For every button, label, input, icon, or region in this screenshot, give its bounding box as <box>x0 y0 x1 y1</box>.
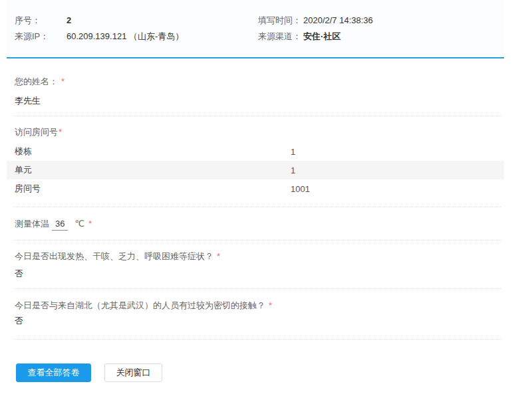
question-room-label: 访问房间号* <box>15 127 496 138</box>
row-label: 单元 <box>15 164 291 176</box>
question-temperature: 测量体温 36 ℃ * <box>15 218 496 231</box>
survey-response-detail-page: 序号： 2 来源IP： 60.209.139.121 （山东-青岛） 填写时间：… <box>0 0 532 406</box>
divider <box>13 339 501 340</box>
question-hubei-contact: 今日是否与来自湖北（尤其是武汉）的人员有过较为密切的接触？* 否 <box>7 300 504 326</box>
source-ip-row: 来源IP： 60.209.139.121 （山东-青岛） <box>15 31 258 41</box>
table-row-building: 楼栋 1 <box>7 142 504 161</box>
channel-value: 安住·社区 <box>303 31 340 41</box>
row-label: 楼栋 <box>15 146 291 157</box>
required-asterisk: * <box>269 300 272 310</box>
meta-right-column: 填写时间： 2020/2/7 14:38:36 来源渠道： 安住·社区 <box>258 15 373 41</box>
fill-time-label: 填写时间： <box>258 15 303 25</box>
response-meta-header: 序号： 2 来源IP： 60.209.139.121 （山东-青岛） 填写时间：… <box>7 0 504 58</box>
divider <box>13 288 501 289</box>
fill-time-value: 2020/2/7 14:38:36 <box>303 15 373 25</box>
response-content: 序号： 2 来源IP： 60.209.139.121 （山东-青岛） 填写时间：… <box>7 0 504 382</box>
footer-actions: 查看全部答卷 关闭窗口 <box>16 363 504 382</box>
divider <box>13 116 501 116</box>
question-hubei-contact-text: 今日是否与来自湖北（尤其是武汉）的人员有过较为密切的接触？ <box>15 300 265 310</box>
fill-time-row: 填写时间： 2020/2/7 14:38:36 <box>258 15 373 25</box>
question-name-answer: 李先生 <box>15 96 496 106</box>
row-label: 房间号 <box>15 183 291 195</box>
question-symptoms-answer: 否 <box>15 268 496 279</box>
question-symptoms-label: 今日是否出现发热、干咳、乏力、呼吸困难等症状？* <box>15 251 496 262</box>
channel-label: 来源渠道： <box>258 31 303 41</box>
room-table: 楼栋 1 单元 1 房间号 1001 <box>7 142 504 198</box>
question-hubei-contact-label: 今日是否与来自湖北（尤其是武汉）的人员有过较为密切的接触？* <box>15 300 496 311</box>
table-row-roomno: 房间号 1001 <box>7 179 504 198</box>
question-symptoms-text: 今日是否出现发热、干咳、乏力、呼吸困难等症状？ <box>15 251 213 261</box>
source-ip-value: 60.209.139.121 （山东-青岛） <box>66 31 184 41</box>
row-value: 1 <box>291 165 295 175</box>
temperature-label: 测量体温 <box>15 218 49 230</box>
table-row-unit: 单元 1 <box>7 161 504 179</box>
meta-left-column: 序号： 2 来源IP： 60.209.139.121 （山东-青岛） <box>15 15 258 41</box>
channel-row: 来源渠道： 安住·社区 <box>258 31 373 41</box>
temperature-value: 36 <box>52 218 68 231</box>
question-name-label: 您的姓名：* <box>15 76 496 87</box>
row-value: 1 <box>291 147 295 157</box>
row-value: 1001 <box>291 184 310 194</box>
serial-value: 2 <box>66 15 71 25</box>
divider <box>13 240 501 241</box>
question-name: 您的姓名：* 李先生 <box>7 76 504 106</box>
required-asterisk: * <box>88 218 92 230</box>
question-room-text: 访问房间号 <box>15 127 58 137</box>
close-window-button[interactable]: 关闭窗口 <box>104 363 162 382</box>
divider <box>13 207 501 207</box>
question-hubei-contact-answer: 否 <box>15 316 496 326</box>
question-name-text: 您的姓名： <box>15 76 58 86</box>
required-asterisk: * <box>59 127 62 137</box>
serial-label: 序号： <box>15 15 66 25</box>
required-asterisk: * <box>61 76 65 86</box>
question-room: 访问房间号* 楼栋 1 单元 1 房间号 1001 <box>7 127 504 198</box>
required-asterisk: * <box>217 251 220 261</box>
temperature-unit: ℃ <box>74 218 84 230</box>
serial-row: 序号： 2 <box>15 15 258 25</box>
question-symptoms: 今日是否出现发热、干咳、乏力、呼吸困难等症状？* 否 <box>7 251 504 279</box>
view-all-responses-button[interactable]: 查看全部答卷 <box>16 363 91 382</box>
source-ip-label: 来源IP： <box>15 31 66 41</box>
